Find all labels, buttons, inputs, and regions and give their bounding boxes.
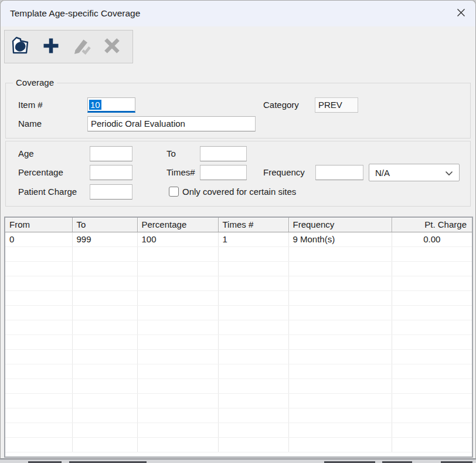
edit-button[interactable] <box>71 36 92 58</box>
patient-charge-label: Patient Charge <box>18 184 77 200</box>
table-cell <box>137 378 218 393</box>
table-row[interactable]: 099910019 Month(s)0.00 <box>5 232 472 246</box>
edit-icon <box>72 36 91 58</box>
close-button[interactable] <box>454 6 468 21</box>
table-cell <box>72 349 137 364</box>
title-bar[interactable]: Template Age-specific Coverage <box>1 1 475 26</box>
table-cell <box>392 378 472 393</box>
table-cell <box>288 276 392 290</box>
age-to-label: To <box>166 146 176 161</box>
open-template-button[interactable] <box>10 36 31 58</box>
item-number-label: Item # <box>18 97 43 113</box>
close-icon <box>456 8 466 20</box>
table-cell <box>72 334 137 349</box>
column-header[interactable]: Percentage <box>137 218 218 232</box>
age-field[interactable] <box>90 146 132 161</box>
table-cell <box>288 364 392 378</box>
table-empty-row <box>5 334 472 349</box>
name-field[interactable]: Periodic Oral Evaluation <box>87 116 256 131</box>
table-cell <box>72 378 137 393</box>
table-cell <box>72 364 137 378</box>
table-header-row: FromToPercentageTimes #FrequencyPt. Char… <box>5 218 472 232</box>
table-cell <box>72 246 137 261</box>
table-empty-row <box>5 290 472 305</box>
table-cell <box>72 423 137 437</box>
table-cell <box>137 423 218 437</box>
table-cell <box>288 246 392 261</box>
column-header[interactable]: Times # <box>218 218 288 232</box>
table-cell <box>137 408 218 423</box>
table-cell <box>137 320 218 334</box>
table-cell <box>288 393 392 408</box>
table-cell <box>137 276 218 290</box>
sites-checkbox[interactable] <box>169 187 179 197</box>
frequency-label: Frequency <box>263 165 305 180</box>
table-cell <box>5 276 72 290</box>
table-empty-row <box>5 437 472 452</box>
percentage-label: Percentage <box>18 165 63 180</box>
table-body: 099910019 Month(s)0.00 <box>5 232 472 452</box>
coverage-table[interactable]: FromToPercentageTimes #FrequencyPt. Char… <box>4 217 473 458</box>
table-cell <box>288 408 392 423</box>
frequency-field[interactable] <box>315 165 363 180</box>
table-cell <box>288 305 392 320</box>
table-cell <box>72 261 137 276</box>
table-cell <box>392 246 472 261</box>
table-empty-row <box>5 408 472 423</box>
category-label: Category <box>263 97 299 113</box>
table-cell <box>218 423 288 437</box>
table-cell <box>392 437 472 452</box>
item-number-field[interactable]: 10 <box>87 97 135 113</box>
coverage-group-label: Coverage <box>13 77 57 87</box>
table-cell <box>5 334 72 349</box>
table-cell <box>72 276 137 290</box>
add-icon <box>41 36 61 58</box>
table-cell <box>288 349 392 364</box>
times-field[interactable] <box>200 165 247 180</box>
category-field[interactable]: PREV <box>315 97 358 113</box>
table-cell <box>5 408 72 423</box>
table-cell <box>5 246 72 261</box>
table-cell <box>72 408 137 423</box>
table-cell <box>392 305 472 320</box>
table-cell <box>137 364 218 378</box>
table-empty-row <box>5 393 472 408</box>
delete-button[interactable] <box>101 36 123 58</box>
patient-charge-field[interactable] <box>90 184 132 200</box>
age-to-field[interactable] <box>200 146 247 161</box>
sites-checkbox-label: Only covered for certain sites <box>182 184 296 200</box>
table-cell <box>218 261 288 276</box>
add-button[interactable] <box>40 36 62 58</box>
table-cell <box>218 408 288 423</box>
column-header[interactable]: From <box>5 218 72 232</box>
frequency-unit-select[interactable]: N/A <box>369 164 460 181</box>
table-cell: 100 <box>137 232 218 246</box>
table-cell <box>392 408 472 423</box>
table-empty-row <box>5 276 472 290</box>
table-cell <box>392 423 472 437</box>
table-cell <box>137 290 218 305</box>
table-cell: 9 Month(s) <box>288 232 392 246</box>
table-cell <box>392 261 472 276</box>
column-header[interactable]: Pt. Charge <box>392 218 472 232</box>
table-cell <box>137 349 218 364</box>
table-cell <box>5 378 72 393</box>
percentage-field[interactable] <box>90 165 132 180</box>
table-cell <box>218 305 288 320</box>
table-cell <box>137 393 218 408</box>
table-cell <box>392 393 472 408</box>
table-empty-row <box>5 320 472 334</box>
column-header[interactable]: Frequency <box>288 218 392 232</box>
table-empty-row <box>5 349 472 364</box>
table-cell: 0 <box>5 232 72 246</box>
chevron-down-icon <box>445 168 453 178</box>
column-header[interactable]: To <box>72 218 137 232</box>
table-cell <box>392 364 472 378</box>
table-cell <box>392 320 472 334</box>
table-cell <box>137 437 218 452</box>
background-window-sliver <box>0 459 476 463</box>
open-template-icon <box>10 35 31 59</box>
frequency-unit-value: N/A <box>375 168 390 178</box>
table-cell <box>218 437 288 452</box>
item-number-selected-text: 10 <box>89 100 101 110</box>
